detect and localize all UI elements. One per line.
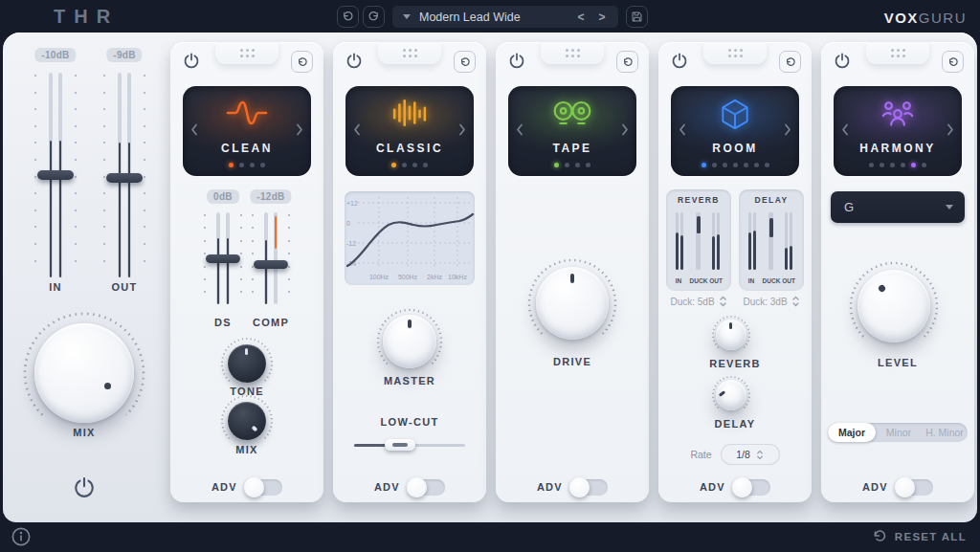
variant-dots[interactable]	[671, 163, 799, 167]
master-knob[interactable]	[383, 315, 436, 368]
clean-reset-button[interactable]	[291, 51, 313, 73]
module-tape: TAPE DRIVE ADV	[496, 42, 649, 502]
lowcut-slider-handle[interactable]	[385, 439, 415, 451]
reverb-knob[interactable]	[716, 320, 746, 350]
in-fader-handle[interactable]	[37, 170, 74, 180]
scale-option-minor[interactable]: Minor	[876, 427, 922, 438]
reverb-duck-value: Duck: 5dB	[670, 297, 714, 307]
stepper-icon[interactable]	[719, 295, 727, 308]
key-dropdown[interactable]: G	[831, 191, 965, 223]
undo-button[interactable]	[337, 6, 359, 28]
room-adv-toggle[interactable]	[734, 479, 770, 496]
harmony-display[interactable]: HARMONY	[834, 86, 962, 176]
out-fader[interactable]	[103, 73, 145, 277]
knob-indicator	[251, 425, 257, 431]
reverb-duck-stepper[interactable]: Duck: 5dB	[666, 295, 731, 308]
global-mix-knob[interactable]	[34, 323, 134, 423]
delay-duck-stepper[interactable]: Duck: 3dB	[739, 295, 804, 308]
grip-dots-icon	[728, 49, 743, 57]
global-mix-label: MIX	[73, 427, 95, 438]
brand-guru: GURU	[919, 10, 967, 26]
undo-icon	[342, 11, 354, 23]
save-preset-button[interactable]	[626, 6, 648, 28]
room-reset-button[interactable]	[779, 51, 801, 73]
ds-fader[interactable]	[204, 212, 242, 304]
module-drag-handle[interactable]	[866, 42, 929, 64]
variant-dots[interactable]	[834, 163, 962, 167]
meter-col-label: OUT	[709, 277, 723, 284]
variant-dots[interactable]	[345, 163, 474, 167]
drive-knob[interactable]	[536, 267, 609, 340]
fader-rail	[274, 212, 278, 304]
tape-adv-toggle[interactable]	[571, 479, 608, 496]
module-name: ROOM	[671, 142, 799, 155]
rate-stepper[interactable]: 1/8	[721, 444, 780, 465]
in-fader[interactable]	[34, 73, 77, 277]
fader-ticks	[288, 214, 290, 302]
grip-dots-icon	[240, 49, 255, 57]
info-button[interactable]	[11, 526, 32, 547]
module-drag-handle[interactable]	[215, 42, 278, 64]
clean-power-button[interactable]	[183, 52, 200, 69]
comp-fader[interactable]	[252, 212, 290, 304]
clean-display[interactable]: CLEAN	[183, 86, 311, 176]
fader-ticks	[75, 75, 77, 276]
meter-bar	[790, 212, 792, 270]
power-icon	[73, 475, 96, 498]
preset-name: Modern Lead Wide	[419, 11, 570, 24]
harmony-adv-toggle[interactable]	[897, 479, 933, 496]
clean-mix-knob[interactable]	[228, 402, 266, 440]
delay-knob[interactable]	[716, 380, 746, 410]
adv-row: ADV	[496, 478, 649, 497]
eq-curve-graph[interactable]: +12 0 -12 -24 100Hz 500Hz 2kHz 10kHz	[345, 191, 475, 285]
room-display[interactable]: ROOM	[671, 86, 799, 176]
preset-selector[interactable]: Modern Lead Wide < >	[392, 6, 618, 28]
out-fader-handle[interactable]	[106, 173, 143, 183]
classic-reset-button[interactable]	[454, 51, 476, 73]
module-name: HARMONY	[834, 142, 962, 155]
tape-reset-button[interactable]	[616, 51, 638, 73]
module-drag-handle[interactable]	[703, 42, 767, 64]
module-drag-handle[interactable]	[541, 42, 604, 64]
scale-option-major[interactable]: Major	[828, 423, 876, 442]
tone-knob[interactable]	[228, 344, 266, 383]
stepper-icon[interactable]	[756, 449, 764, 461]
sine-wave-icon	[183, 98, 311, 128]
clean-adv-toggle[interactable]	[246, 479, 282, 496]
module-classic: CLASSIC +12 0 -12 -24 100Hz 500Hz	[333, 42, 486, 502]
global-power-button[interactable]	[73, 475, 96, 498]
preset-prev-button[interactable]: <	[570, 11, 591, 24]
module-drag-handle[interactable]	[378, 42, 441, 64]
level-knob[interactable]	[858, 270, 930, 342]
classic-display[interactable]: CLASSIC	[345, 86, 474, 176]
adv-row: ADV	[333, 478, 486, 497]
brand-vox: VOX	[884, 10, 919, 26]
tape-reels-icon	[508, 98, 636, 128]
comp-fader-handle[interactable]	[254, 260, 288, 269]
lowcut-slider[interactable]	[354, 438, 465, 452]
fader-rail	[264, 212, 268, 304]
harmony-power-button[interactable]	[834, 52, 851, 69]
preset-next-button[interactable]: >	[591, 11, 612, 24]
ds-fader-handle[interactable]	[206, 254, 240, 263]
knob-indicator	[719, 390, 725, 396]
power-icon	[183, 52, 200, 69]
redo-button[interactable]	[363, 6, 385, 28]
stepper-icon[interactable]	[791, 295, 800, 308]
tape-display[interactable]: TAPE	[508, 86, 636, 176]
meter-col-label: IN	[748, 277, 755, 284]
variant-dots[interactable]	[183, 163, 311, 167]
classic-adv-toggle[interactable]	[409, 479, 445, 496]
tape-power-button[interactable]	[508, 52, 525, 69]
meter-fill	[680, 235, 683, 270]
reset-all-button[interactable]: RESET ALL	[872, 529, 967, 544]
scale-option-hminor[interactable]: H. Minor	[922, 427, 968, 438]
room-power-button[interactable]	[671, 52, 688, 69]
harmony-reset-button[interactable]	[942, 51, 964, 73]
power-icon	[345, 52, 363, 69]
variant-dots[interactable]	[508, 163, 636, 167]
power-icon	[834, 52, 851, 69]
clean-mix-label: MIX	[170, 444, 323, 455]
fader-ticks	[144, 75, 145, 276]
classic-power-button[interactable]	[345, 52, 363, 69]
